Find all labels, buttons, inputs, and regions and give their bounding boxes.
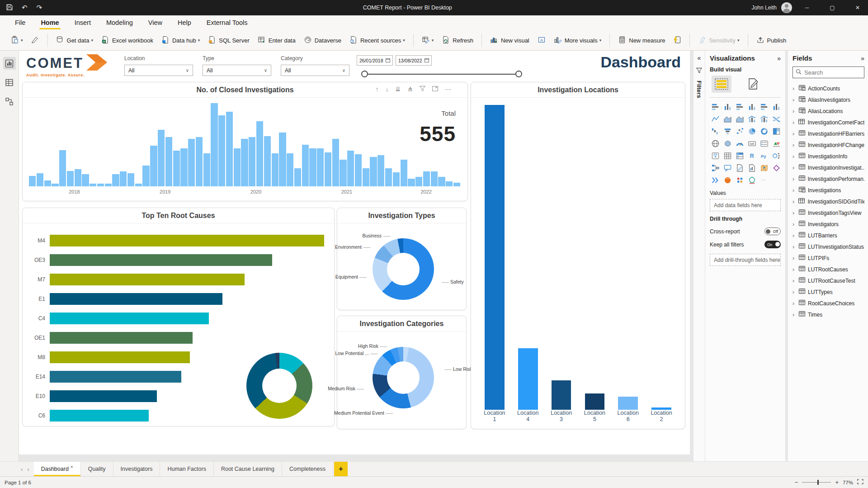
tab-quality[interactable]: Quality <box>81 462 113 476</box>
zoom-slider-handle[interactable] <box>817 480 819 485</box>
expand-chevron-icon[interactable]: › <box>793 221 796 227</box>
field-item-investigationinvestigat[interactable]: ›InvestigationInvestigat... <box>793 162 864 173</box>
histogram-bar[interactable] <box>309 148 316 186</box>
histogram-bar[interactable] <box>256 121 263 186</box>
tab-investigators[interactable]: Investigators <box>113 462 160 476</box>
expand-chevron-icon[interactable]: › <box>793 119 796 126</box>
toolbar-new-visual[interactable]: New visual <box>486 33 533 48</box>
field-item-aliaslocations[interactable]: ›fxAliasLocations <box>793 105 864 117</box>
redo-icon[interactable]: ↷ <box>37 4 42 12</box>
fields-search-box[interactable] <box>793 66 864 78</box>
matrix-icon[interactable] <box>734 150 745 161</box>
location-bar[interactable] <box>618 397 638 410</box>
histogram-bar[interactable] <box>279 133 286 186</box>
collapse-visualizations-icon[interactable]: » <box>777 55 781 62</box>
tab-human-factors[interactable]: Human Factors <box>160 462 213 476</box>
toolbar-sql-server[interactable]: SQL Server <box>204 33 253 48</box>
toolbar-textbox-button[interactable]: A <box>534 33 549 48</box>
user-avatar[interactable] <box>781 2 792 13</box>
toolbar-paste-button[interactable]: ▾ <box>7 33 27 48</box>
drill-up-icon[interactable]: ↑ <box>376 85 379 93</box>
power-apps-icon[interactable] <box>771 162 782 173</box>
histogram-bar[interactable] <box>211 103 217 186</box>
histogram-bar[interactable] <box>203 153 210 186</box>
pie-chart-icon[interactable] <box>746 126 757 137</box>
histogram-bar[interactable] <box>234 148 241 186</box>
toolbar-sensitivity[interactable]: Sensitivity▾ <box>694 33 743 48</box>
prev-page-icon[interactable]: ‹ <box>21 466 23 473</box>
close-button[interactable]: ✕ <box>847 0 868 15</box>
histogram-bar[interactable] <box>401 160 407 186</box>
toolbar-recent-sources[interactable]: Recent sources▾ <box>346 33 409 48</box>
filter-icon[interactable] <box>420 85 425 93</box>
field-item-investigationcometfact[interactable]: ›InvestigationCometFact... <box>793 117 864 128</box>
histogram-bar[interactable] <box>363 168 369 186</box>
closed-investigations-card[interactable]: No. of Closed Investigations ↑↓⇊⋔⋯ 20182… <box>22 82 468 201</box>
toolbar-publish[interactable]: Publish <box>753 33 790 48</box>
kpi-icon[interactable] <box>771 138 782 149</box>
expand-chevron-icon[interactable]: › <box>793 142 796 148</box>
histogram-bar[interactable] <box>142 166 149 186</box>
investigation-categories-card[interactable]: Investigation Categories High RiskLow Po… <box>337 316 467 429</box>
scatter-chart-icon[interactable] <box>734 126 745 137</box>
histogram-bar[interactable] <box>97 184 104 186</box>
expand-chevron-icon[interactable]: › <box>793 176 796 182</box>
key-influencers-icon[interactable] <box>771 150 782 161</box>
field-item-investigations[interactable]: ›fxInvestigations <box>793 185 864 196</box>
toolbar-more-visuals[interactable]: More visuals▾ <box>550 33 605 48</box>
location-bar[interactable] <box>518 348 538 410</box>
donut-chart-icon[interactable] <box>759 126 769 137</box>
histogram-bar[interactable] <box>355 154 362 186</box>
field-item-lutbarriers[interactable]: ›LUTBarriers <box>793 230 864 241</box>
field-item-actioncounts[interactable]: ›fxActionCounts <box>793 83 864 94</box>
histogram-bar[interactable] <box>112 174 119 186</box>
100-stacked-column-chart-icon[interactable] <box>771 101 782 112</box>
toolbar-enter-data[interactable]: Enter data <box>254 33 299 48</box>
close-tab-icon[interactable]: × <box>71 464 73 469</box>
expand-chevron-icon[interactable]: › <box>793 278 796 284</box>
toolbar-new-measure[interactable]: New measure <box>614 33 669 48</box>
histogram-bar[interactable] <box>423 171 430 186</box>
drill-down-icon[interactable]: ↓ <box>386 85 389 93</box>
new-page-button[interactable]: + <box>334 462 348 476</box>
save-icon[interactable] <box>6 4 13 12</box>
histogram-bar[interactable] <box>317 148 324 186</box>
slicer-icon[interactable] <box>710 150 721 161</box>
histogram-bar[interactable] <box>226 112 233 186</box>
menu-home[interactable]: Home <box>33 16 66 30</box>
histogram-bar[interactable] <box>150 146 157 186</box>
histogram-bar[interactable] <box>393 172 400 186</box>
build-visual-tab[interactable] <box>712 76 731 93</box>
zoom-in-icon[interactable]: + <box>835 479 839 486</box>
expand-chevron-icon[interactable]: › <box>793 300 796 307</box>
expand-filters-icon[interactable]: « <box>698 54 701 62</box>
location-bar[interactable] <box>585 393 605 410</box>
treemap-icon[interactable] <box>771 126 782 137</box>
histogram-bar[interactable] <box>272 153 278 186</box>
field-item-investigationinfo[interactable]: ›InvestigationInfo <box>793 151 864 162</box>
field-item-investigators[interactable]: ›Investigators <box>793 218 864 230</box>
field-item-investigationhfchanges[interactable]: ›InvestigationHFChanges <box>793 139 864 151</box>
undo-icon[interactable]: ↶ <box>22 4 28 12</box>
histogram-bar[interactable] <box>180 148 187 186</box>
go-to-next-level-icon[interactable]: ⇊ <box>396 85 401 93</box>
field-item-aliasinvestigators[interactable]: ›fxAliasInvestigators <box>793 94 864 105</box>
zoom-out-icon[interactable]: − <box>795 479 798 486</box>
expand-chevron-icon[interactable]: › <box>793 312 796 318</box>
expand-chevron-icon[interactable]: › <box>793 85 796 92</box>
expand-chevron-icon[interactable]: › <box>793 244 796 250</box>
tab-completeness[interactable]: Completeness <box>282 462 333 476</box>
drill-through-field-well[interactable]: Add drill-through fields here <box>710 254 781 266</box>
histogram-bar[interactable] <box>44 180 51 186</box>
histogram-bar[interactable] <box>446 181 453 187</box>
minimize-button[interactable]: ─ <box>797 0 817 15</box>
expand-chevron-icon[interactable]: › <box>793 131 796 137</box>
histogram-bar[interactable] <box>332 139 339 186</box>
funnel-chart-icon[interactable] <box>722 126 733 137</box>
histogram-bar[interactable] <box>241 139 248 186</box>
expand-chevron-icon[interactable]: › <box>793 187 796 194</box>
field-item-luttypes[interactable]: ›LUTTypes <box>793 286 864 298</box>
expand-chevron-icon[interactable]: › <box>793 210 796 216</box>
root-cause-bar[interactable] <box>50 371 181 383</box>
field-item-lutrootcauses[interactable]: ›LUTRootCauses <box>793 264 864 275</box>
